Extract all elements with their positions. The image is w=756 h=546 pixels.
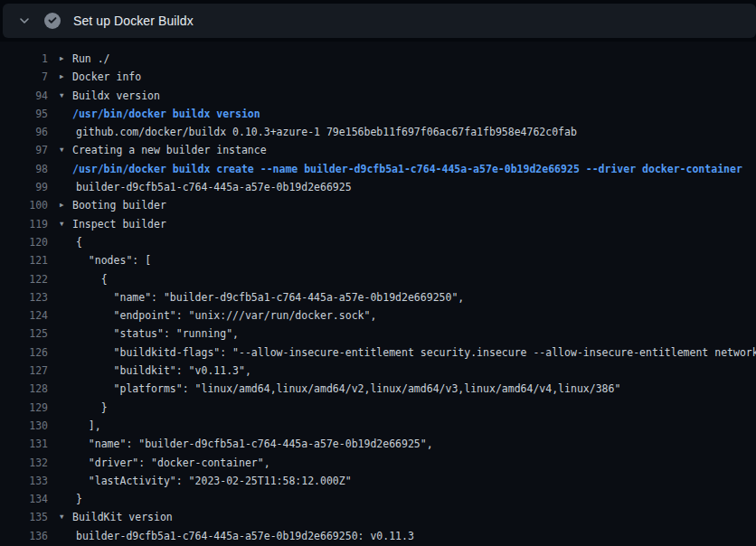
log-text: builder-d9cfb5a1-c764-445a-a57e-0b19d2e6…	[76, 527, 414, 545]
group-toggle-icon: ▶	[60, 50, 72, 68]
line-number[interactable]: 97	[0, 141, 48, 159]
log-line: 123 "name": "builder-d9cfb5a1-c764-445a-…	[0, 288, 756, 306]
log-line: 129 }	[0, 399, 756, 417]
line-number[interactable]: 127	[0, 362, 48, 380]
line-number[interactable]: 121	[0, 251, 48, 269]
log-line: 98 /usr/bin/docker buildx create --name …	[0, 160, 756, 178]
log-text: }	[76, 490, 82, 508]
log-text: "nodes": [	[76, 251, 151, 269]
log-line: 131 "name": "builder-d9cfb5a1-c764-445a-…	[0, 435, 756, 453]
line-number[interactable]: 94	[0, 87, 48, 105]
group-toggle-icon: ▼	[60, 215, 72, 233]
group-toggle-icon: ▶	[60, 196, 72, 214]
log-line: 95 /usr/bin/docker buildx version	[0, 105, 756, 123]
line-number[interactable]: 122	[0, 270, 48, 288]
log-line: 132 "driver": "docker-container",	[0, 454, 756, 472]
line-number[interactable]: 128	[0, 380, 48, 398]
log-line: 134 }	[0, 490, 756, 508]
line-number[interactable]: 130	[0, 417, 48, 435]
line-number[interactable]: 133	[0, 472, 48, 490]
log-line: 125 "status": "running",	[0, 325, 756, 343]
log-line: 130 ],	[0, 417, 756, 435]
log-text: "buildkitd-flags": "--allow-insecure-ent…	[76, 344, 756, 362]
log-text: "driver": "docker-container",	[76, 454, 270, 472]
log-text: Buildx version	[72, 87, 160, 105]
group-toggle-icon: ▼	[60, 141, 72, 159]
log-line[interactable]: 135 ▼ BuildKit version	[0, 508, 756, 526]
log-line[interactable]: 7 ▶ Docker info	[0, 68, 756, 86]
group-toggle-icon: ▼	[60, 87, 72, 105]
log-text: Run ./	[72, 50, 110, 68]
log-text: "name": "builder-d9cfb5a1-c764-445a-a57e…	[76, 288, 464, 306]
log-text: BuildKit version	[72, 508, 173, 526]
log-line: 126 "buildkitd-flags": "--allow-insecure…	[0, 344, 756, 362]
line-number[interactable]: 119	[0, 215, 48, 233]
log-text: {	[76, 233, 82, 251]
line-number[interactable]: 136	[0, 527, 48, 545]
line-number[interactable]: 125	[0, 325, 48, 343]
step-title: Set up Docker Buildx	[73, 14, 194, 28]
log-text: Inspect builder	[72, 215, 166, 233]
log-line[interactable]: 100 ▶ Booting builder	[0, 196, 756, 214]
log-line[interactable]: 97 ▼ Creating a new builder instance	[0, 141, 756, 159]
check-circle-icon	[44, 13, 61, 29]
log-text: Docker info	[72, 68, 141, 86]
log-text: "endpoint": "unix:///var/run/docker.sock…	[76, 306, 376, 325]
log-text: "buildkit": "v0.11.3",	[76, 362, 251, 380]
line-number[interactable]: 1	[0, 50, 48, 68]
line-number[interactable]: 129	[0, 399, 48, 417]
line-number[interactable]: 100	[0, 196, 48, 214]
log-line: 96 github.com/docker/buildx 0.10.3+azure…	[0, 123, 756, 141]
log-line: 133 "lastActivity": "2023-02-25T11:58:12…	[0, 472, 756, 490]
chevron-down-icon[interactable]	[17, 14, 32, 28]
line-number[interactable]: 120	[0, 233, 48, 251]
line-number[interactable]: 7	[0, 68, 48, 86]
log-text: "name": "builder-d9cfb5a1-c764-445a-a57e…	[76, 435, 433, 453]
log-line: 127 "buildkit": "v0.11.3",	[0, 362, 756, 380]
log-line: 124 "endpoint": "unix:///var/run/docker.…	[0, 306, 756, 325]
line-number[interactable]: 123	[0, 288, 48, 306]
step-header[interactable]: Set up Docker Buildx	[3, 4, 756, 38]
log-text: "lastActivity": "2023-02-25T11:58:12.000…	[76, 472, 352, 490]
line-number[interactable]: 96	[0, 123, 48, 141]
line-number[interactable]: 124	[0, 306, 48, 325]
log-line: 122 {	[0, 270, 756, 288]
line-number[interactable]: 95	[0, 105, 48, 123]
line-number[interactable]: 135	[0, 508, 48, 526]
log-line[interactable]: 94 ▼ Buildx version	[0, 87, 756, 105]
log-line[interactable]: 1 ▶ Run ./	[0, 50, 756, 68]
log-text: Booting builder	[72, 196, 166, 214]
log-text: "status": "running",	[76, 325, 239, 343]
log-panel: 1 ▶ Run ./ 7 ▶ Docker info 94 ▼ Buildx v…	[0, 42, 756, 546]
line-number[interactable]: 126	[0, 344, 48, 362]
log-line[interactable]: 119 ▼ Inspect builder	[0, 215, 756, 233]
log-text: /usr/bin/docker buildx version	[72, 105, 260, 123]
line-number[interactable]: 131	[0, 435, 48, 453]
log-text: "platforms": "linux/amd64,linux/amd64/v2…	[76, 380, 620, 398]
line-number[interactable]: 98	[0, 160, 48, 178]
log-text: {	[76, 270, 108, 288]
line-number[interactable]: 132	[0, 454, 48, 472]
group-toggle-icon: ▼	[60, 508, 72, 526]
log-line: 120 {	[0, 233, 756, 251]
log-text: }	[76, 399, 108, 417]
log-line: 128 "platforms": "linux/amd64,linux/amd6…	[0, 380, 756, 398]
log-text: github.com/docker/buildx 0.10.3+azure-1 …	[76, 123, 577, 141]
log-line: 136 builder-d9cfb5a1-c764-445a-a57e-0b19…	[0, 527, 756, 545]
group-toggle-icon: ▶	[60, 68, 72, 86]
log-text: Creating a new builder instance	[72, 141, 267, 159]
log-text: ],	[76, 417, 101, 435]
log-text: builder-d9cfb5a1-c764-445a-a57e-0b19d2e6…	[76, 178, 352, 196]
log-line: 99 builder-d9cfb5a1-c764-445a-a57e-0b19d…	[0, 178, 756, 196]
line-number[interactable]: 99	[0, 178, 48, 196]
log-line: 121 "nodes": [	[0, 251, 756, 269]
log-text: /usr/bin/docker buildx create --name bui…	[72, 160, 742, 178]
line-number[interactable]: 134	[0, 490, 48, 508]
